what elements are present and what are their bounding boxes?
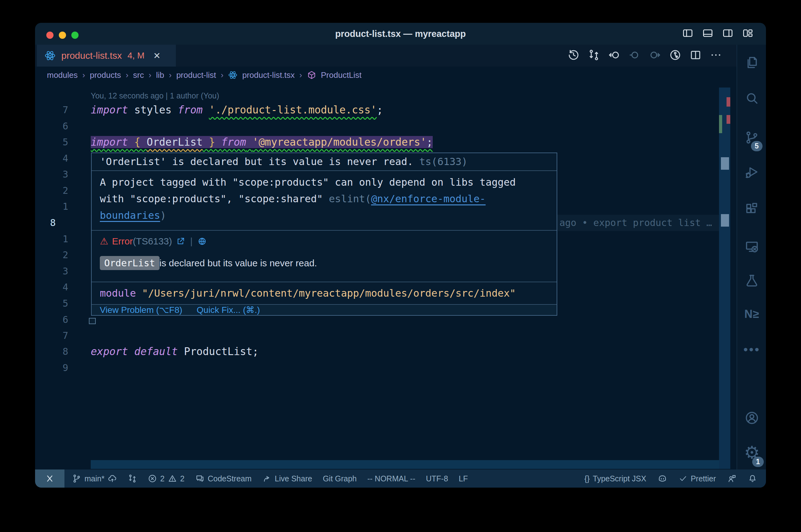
overview-error-mark: [727, 97, 730, 107]
codelens-blame[interactable]: You, 12 seconds ago | 1 author (You): [91, 91, 219, 100]
encoding-indicator[interactable]: UTF-8: [426, 474, 448, 483]
explorer-icon[interactable]: [738, 55, 766, 70]
toggle-primary-sidebar-icon[interactable]: [682, 27, 693, 40]
run-debug-icon[interactable]: [738, 165, 766, 180]
timeline-history-icon[interactable]: [567, 49, 580, 62]
git-graph-status[interactable]: Git Graph: [323, 474, 357, 483]
horizontal-scrollbar[interactable]: [91, 460, 719, 469]
breadcrumb-item-filename[interactable]: product-list.tsx: [242, 70, 295, 80]
quick-fix-button[interactable]: Quick Fix... (⌘.): [197, 305, 260, 315]
chevron-right-icon: ›: [149, 70, 151, 80]
copilot-icon[interactable]: [657, 474, 668, 483]
vim-mode-label: -- NORMAL --: [367, 474, 415, 483]
branch-indicator[interactable]: main*: [72, 474, 117, 483]
code-line-import-orderlist[interactable]: import { OrderList } from '@myreactapp/m…: [91, 134, 433, 150]
breadcrumb-item-products[interactable]: products: [90, 70, 121, 80]
language-mode-indicator[interactable]: {}TypeScript JSX: [584, 474, 647, 483]
line-number: 1: [41, 198, 68, 215]
overview-added-mark: [719, 115, 722, 133]
next-diff-icon[interactable]: [649, 49, 661, 62]
vim-mode-indicator[interactable]: -- NORMAL --: [367, 474, 415, 483]
customize-layout-icon[interactable]: [742, 27, 753, 40]
cloud-upload-icon: [108, 474, 117, 483]
previous-diff-icon[interactable]: [628, 49, 641, 62]
line-number: 4: [41, 279, 68, 296]
activity-bar: [736, 45, 766, 470]
check-icon: [679, 474, 688, 483]
git-graph-label: Git Graph: [323, 474, 357, 483]
codestream-status[interactable]: CodeStream: [195, 474, 252, 483]
settings-badge: 1: [752, 457, 764, 467]
extensions-icon[interactable]: [738, 202, 766, 217]
more-actions-icon[interactable]: [710, 49, 722, 62]
code-line-import-styles[interactable]: import styles from './product-list.modul…: [91, 102, 383, 118]
keyword: import: [91, 104, 128, 116]
string-with-squiggle: './product-list.module.css': [209, 104, 377, 116]
open-external-icon[interactable]: [176, 236, 185, 246]
hover-actions: View Problem (⌥F8) Quick Fix... (⌘.): [92, 304, 557, 315]
view-problem-button[interactable]: View Problem (⌥F8): [100, 305, 182, 315]
space: [128, 345, 134, 358]
punctuation: {: [128, 136, 147, 148]
hover-resize-handle[interactable]: [89, 318, 96, 324]
keyword: default: [134, 345, 178, 358]
module-path: "/Users/juri/nrwl/content/myreactapp/mod…: [142, 287, 516, 299]
compare-changes-icon[interactable]: [588, 49, 600, 62]
rule-text: A project tagged with "scope:products" c…: [100, 176, 516, 188]
keyword: from: [221, 136, 246, 148]
brackets-glyph: {}: [584, 474, 590, 483]
breadcrumb-item-modules[interactable]: modules: [47, 70, 78, 80]
testing-beaker-icon[interactable]: [738, 273, 766, 288]
tab-product-list[interactable]: product-list.tsx 4, M ✕: [37, 45, 176, 66]
diagnostic-message: 'OrderList' is declared but its value is…: [100, 156, 419, 168]
prettier-status[interactable]: Prettier: [679, 474, 716, 483]
line-number: 3: [41, 263, 68, 280]
remote-indicator[interactable]: [35, 470, 65, 488]
tab-filename: product-list.tsx: [61, 50, 122, 61]
codestream-label: CodeStream: [208, 474, 252, 483]
vertical-scrollbar[interactable]: [719, 88, 730, 469]
globe-icon[interactable]: [197, 236, 207, 246]
code-line-export-default[interactable]: export default ProductList;: [91, 343, 258, 360]
compare-changes-status-icon[interactable]: [128, 474, 137, 483]
warning-triangle-icon: ⚠: [100, 236, 108, 247]
error-code: (TS6133): [133, 236, 172, 246]
error-circle-icon: [148, 474, 157, 483]
chevron-right-icon: ›: [299, 70, 302, 80]
module-keyword: module: [100, 287, 136, 299]
split-editor-icon[interactable]: [689, 49, 702, 62]
close-tab-icon[interactable]: ✕: [153, 51, 161, 61]
live-share-status[interactable]: Live Share: [262, 474, 312, 483]
title-bar: product-list.tsx — myreactapp: [35, 23, 766, 45]
commit-graph-icon[interactable]: [669, 49, 681, 62]
remote-explorer-icon[interactable]: [738, 239, 766, 254]
chevron-right-icon: ›: [169, 70, 172, 80]
rule-link[interactable]: boundaries: [100, 209, 160, 221]
punctuation: ;: [377, 104, 383, 116]
nx-console-icon[interactable]: N≥: [738, 308, 766, 321]
breadcrumb-item-lib[interactable]: lib: [156, 70, 164, 80]
space: [246, 136, 253, 148]
chevron-right-icon: ›: [221, 70, 224, 80]
account-icon[interactable]: [738, 411, 766, 425]
toggle-secondary-sidebar-icon[interactable]: [722, 27, 733, 40]
identifier: ProductList;: [178, 345, 258, 358]
chevron-right-icon: ›: [126, 70, 129, 80]
language-label: TypeScript JSX: [593, 474, 647, 483]
eol-indicator[interactable]: LF: [459, 474, 468, 483]
warning-triangle-icon: [168, 474, 177, 483]
additional-views-icon[interactable]: •••: [738, 343, 766, 357]
problems-indicator[interactable]: 22: [148, 474, 185, 483]
breadcrumb-item-symbol[interactable]: ProductList: [321, 70, 362, 80]
rule-source: eslint(: [329, 193, 371, 205]
eol-label: LF: [459, 474, 468, 483]
breadcrumb-item-product-list[interactable]: product-list: [176, 70, 216, 80]
previous-change-icon[interactable]: [608, 49, 620, 62]
breadcrumb-item-src[interactable]: src: [133, 70, 144, 80]
notifications-bell-icon[interactable]: [748, 474, 757, 483]
diagnostic-code: ts(6133): [419, 156, 468, 168]
rule-link[interactable]: @nx/enforce-module-: [371, 193, 486, 205]
feedback-icon[interactable]: [727, 474, 736, 483]
search-icon[interactable]: [738, 91, 766, 106]
toggle-panel-icon[interactable]: [702, 27, 713, 40]
